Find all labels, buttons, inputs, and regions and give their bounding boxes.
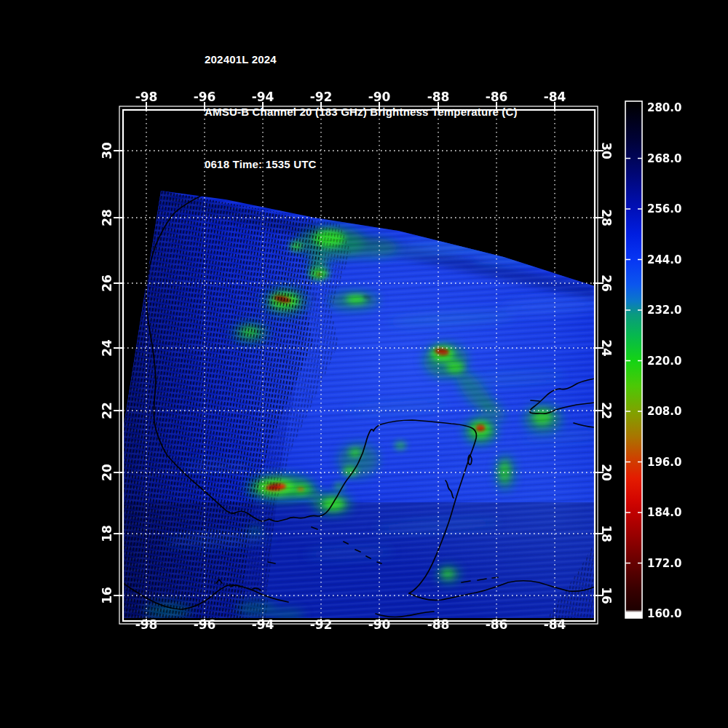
figure-canvas: 202401L 2024 AMSU-B Channel 20 (183 GHz)… — [0, 0, 728, 728]
colorbar-ticks — [625, 159, 642, 563]
swath-image — [109, 153, 706, 641]
coast-cuba-islet — [531, 400, 539, 401]
colorbar-frame — [625, 101, 642, 618]
map-plot — [0, 0, 728, 728]
